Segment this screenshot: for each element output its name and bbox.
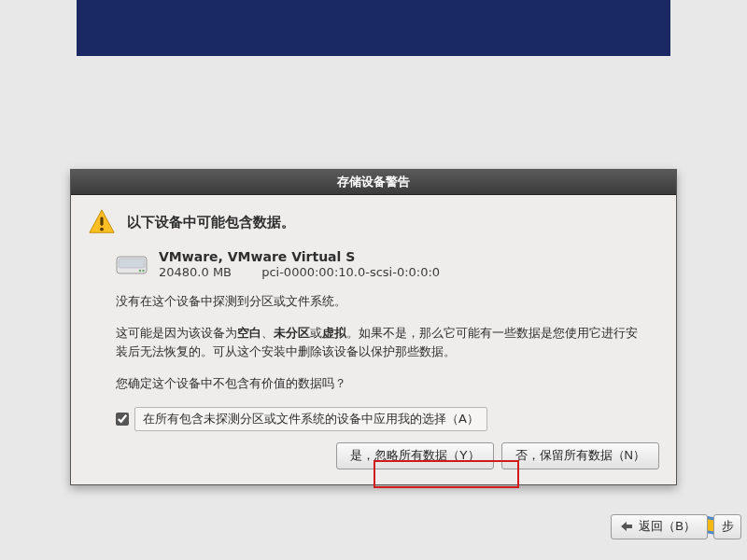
wizard-nav-buttons: 返回（B） 步 <box>611 514 741 539</box>
next-button-label: 步 <box>722 518 734 535</box>
dialog-header: 以下设备中可能包含数据。 <box>88 208 659 236</box>
no-keep-button[interactable]: 否，保留所有数据（N） <box>501 442 659 469</box>
svg-point-5 <box>142 270 144 272</box>
back-button-label: 返回（B） <box>639 518 696 535</box>
dialog-para-1: 没有在这个设备中探测到分区或文件系统。 <box>116 292 639 311</box>
dialog-titlebar: 存储设备警告 <box>71 170 676 195</box>
device-info: VMware, VMware Virtual S 20480.0 MB pci-… <box>159 249 440 279</box>
apply-all-checkbox-row: 在所有包含未探测分区或文件系统的设备中应用我的选择（A） <box>116 407 659 431</box>
storage-warning-dialog: 存储设备警告 以下设备中可能包含数据。 <box>70 169 677 485</box>
yes-discard-button[interactable]: 是，忽略所有数据（Y） <box>336 442 494 469</box>
svg-rect-3 <box>119 259 145 268</box>
apply-all-checkbox[interactable] <box>116 413 129 426</box>
dialog-para-2: 这可能是因为该设备为空白、未分区或虚拟。如果不是，那么它可能有一些数据是您使用它… <box>116 324 639 361</box>
device-row: VMware, VMware Virtual S 20480.0 MB pci-… <box>116 249 659 279</box>
installer-banner <box>77 0 670 56</box>
apply-all-label[interactable]: 在所有包含未探测分区或文件系统的设备中应用我的选择（A） <box>134 407 487 431</box>
harddisk-icon <box>116 251 148 277</box>
arrow-left-icon <box>619 520 634 533</box>
svg-rect-0 <box>100 217 103 225</box>
device-path: pci-0000:00:10.0-scsi-0:0:0:0 <box>261 265 440 279</box>
svg-point-1 <box>100 228 104 231</box>
dialog-para-3: 您确定这个设备中不包含有价值的数据吗？ <box>116 374 639 393</box>
back-button[interactable]: 返回（B） <box>611 514 708 539</box>
device-name: VMware, VMware Virtual S <box>159 249 440 264</box>
dialog-heading: 以下设备中可能包含数据。 <box>127 214 295 231</box>
dialog-body: 以下设备中可能包含数据。 VMware, VMware Virtual S 20… <box>71 195 676 484</box>
device-meta: 20480.0 MB pci-0000:00:10.0-scsi-0:0:0:0 <box>159 265 440 279</box>
warning-icon <box>88 208 116 236</box>
device-size: 20480.0 MB <box>159 265 232 279</box>
next-button[interactable]: 步 <box>713 514 741 539</box>
dialog-button-row: 是，忽略所有数据（Y） 否，保留所有数据（N） <box>88 442 659 469</box>
svg-point-4 <box>139 270 141 272</box>
